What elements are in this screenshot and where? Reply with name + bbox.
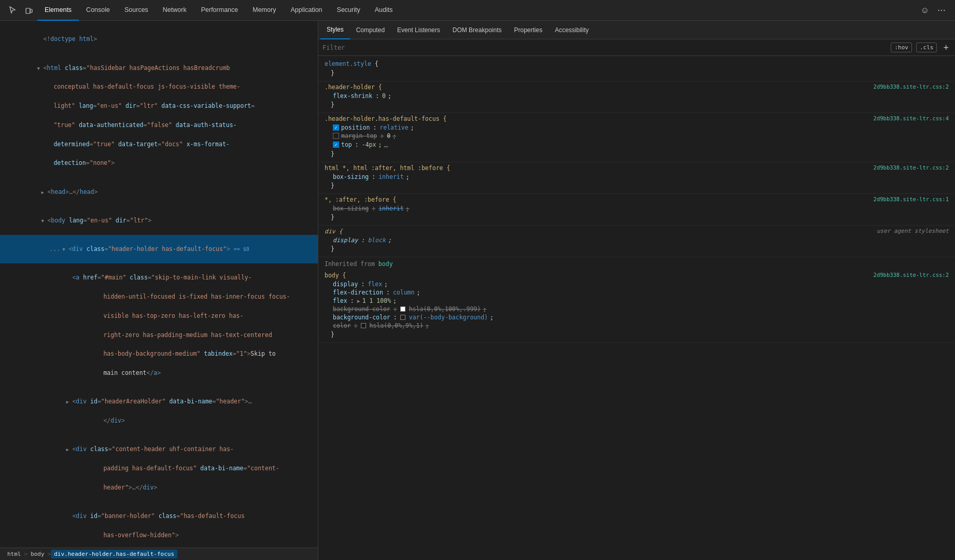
more-options-button[interactable]: ⋯ <box>933 3 951 17</box>
triangle-content-header[interactable] <box>66 444 72 454</box>
tree-line-html[interactable]: <html class="hasSidebar hasPageActions h… <box>0 53 318 177</box>
swatch-bg2[interactable] <box>400 315 405 320</box>
style-tab-accessibility[interactable]: Accessibility <box>549 21 595 39</box>
breadcrumb-body[interactable]: body <box>27 550 48 558</box>
tab-console[interactable]: Console <box>79 0 117 21</box>
prop-flex-body: flex:▶ 1 1 100%; <box>325 297 949 305</box>
selector-element-style[interactable]: element.style { <box>325 60 949 67</box>
rule-close-4: } <box>325 181 949 191</box>
selector-universal[interactable]: *, :after, :before { 2d9bb338.site-ltr.c… <box>325 196 949 203</box>
selector-header-focus[interactable]: .header-holder.has-default-focus { 2d9bb… <box>325 115 949 122</box>
style-tab-event-listeners[interactable]: Event Listeners <box>391 21 446 39</box>
rule-close-5: } <box>325 213 949 223</box>
devtools-toolbar: Elements Console Sources Network Perform… <box>0 0 955 21</box>
checkbox-margin-top[interactable] <box>333 133 339 139</box>
rule-div-ua: div { user agent stylesheet display:bloc… <box>318 226 955 257</box>
add-style-button[interactable]: + <box>941 43 951 52</box>
styles-tabs: Styles Computed Event Listeners DOM Brea… <box>318 21 955 39</box>
tree-line-doctype[interactable]: <!doctype html> <box>0 25 318 53</box>
inherited-label: Inherited from body <box>318 257 955 270</box>
prop-flex-shrink: flex-shrink:0; <box>325 92 949 100</box>
breadcrumb-html[interactable]: html <box>4 550 24 558</box>
tab-network[interactable]: Network <box>156 0 194 21</box>
prop-top: top:-4px; … <box>325 140 949 149</box>
style-tab-styles[interactable]: Styles <box>320 21 350 39</box>
checkbox-top[interactable] <box>333 142 339 148</box>
style-tab-properties[interactable]: Properties <box>508 21 549 39</box>
svg-rect-0 <box>26 8 30 13</box>
tree-line-banner-holder[interactable]: <div id="banner-holder" class="has-defau… <box>0 502 318 548</box>
breadcrumb-div-header[interactable]: div.header-holder.has-default-focus <box>51 550 177 558</box>
tree-line-head[interactable]: <head>…</head> <box>0 177 318 206</box>
rule-close-1: } <box>325 68 949 79</box>
rule-close-2: } <box>325 100 949 110</box>
swatch-bg1[interactable] <box>400 306 405 312</box>
tree-line-header-holder[interactable]: ...<div class="header-holder has-default… <box>0 235 318 263</box>
device-toolbar-button[interactable] <box>21 2 37 19</box>
rule-close-6: } <box>325 244 949 255</box>
rule-header-holder-focus: .header-holder.has-default-focus { 2d9bb… <box>318 113 955 162</box>
file-link-2[interactable]: 2d9bb338.site-ltr.css:4 <box>874 115 949 121</box>
tree-line-header-area[interactable]: <div id="headerAreaHolder" data-bi-name=… <box>0 387 318 435</box>
prop-margin-top: margin-top:0; <box>325 132 949 140</box>
prop-position: position:relative; <box>325 123 949 132</box>
rule-html-all: html *, html :after, html :before { 2d9b… <box>318 162 955 194</box>
rule-close-body: } <box>325 330 949 340</box>
checkbox-position[interactable] <box>333 124 339 131</box>
tree-line-body[interactable]: <body lang="en-us" dir="ltr"> <box>0 206 318 234</box>
prop-box-sizing-2: box-sizing:inherit; <box>325 204 949 213</box>
inherited-from-body[interactable]: body <box>378 260 393 268</box>
tree-line-content-header[interactable]: <div class="content-header uhf-container… <box>0 435 318 502</box>
filter-controls: :hov .cls + <box>891 43 951 52</box>
style-tab-dom-breakpoints[interactable]: DOM Breakpoints <box>446 21 508 39</box>
breadcrumb-bar: html > body > div.header-holder.has-defa… <box>0 548 318 560</box>
swatch-color[interactable] <box>361 323 366 328</box>
prop-bg-color-2: background-color: var(--body-background)… <box>325 313 949 321</box>
feedback-button[interactable]: ☺ <box>919 4 931 17</box>
file-link-3[interactable]: 2d9bb338.site-ltr.css:2 <box>874 164 949 171</box>
triangle-head[interactable] <box>41 187 47 197</box>
prop-display-body: display:flex; <box>325 280 949 288</box>
prop-color-body: color: hsla(0,0%,9%,1); <box>325 321 949 330</box>
prop-flex-direction: flex-direction:column; <box>325 288 949 297</box>
tab-elements[interactable]: Elements <box>37 0 79 21</box>
tab-memory[interactable]: Memory <box>245 0 283 21</box>
file-link-body[interactable]: 2d9bb338.site-ltr.css:2 <box>874 272 949 278</box>
css-rules: element.style { } .header-holder { 2d9bb… <box>318 56 955 560</box>
html-tree[interactable]: <!doctype html> <html class="hasSidebar … <box>0 21 318 548</box>
tab-audits[interactable]: Audits <box>368 0 400 21</box>
elements-panel: <!doctype html> <html class="hasSidebar … <box>0 21 318 560</box>
rule-close-3: } <box>325 149 949 160</box>
more-dots-1[interactable]: … <box>384 141 389 149</box>
selector-div-ua[interactable]: div { user agent stylesheet <box>325 228 949 235</box>
tree-line-skip-link[interactable]: <a href="#main" class="skip-to-main-link… <box>0 263 318 387</box>
filter-input[interactable] <box>322 44 887 51</box>
user-agent-label: user agent stylesheet <box>877 228 949 234</box>
styles-panel: Styles Computed Event Listeners DOM Brea… <box>318 21 955 560</box>
selector-html-all[interactable]: html *, html :after, html :before { 2d9b… <box>325 164 949 172</box>
prop-bg-color-1: background-color: hsla(0,0%,100%,.999); <box>325 305 949 313</box>
selector-header-holder[interactable]: .header-holder { 2d9bb338.site-ltr.css:2 <box>325 83 949 91</box>
prop-box-sizing-1: box-sizing:inherit; <box>325 173 949 181</box>
filter-bar: :hov .cls + <box>318 39 955 56</box>
tab-performance[interactable]: Performance <box>194 0 246 21</box>
tab-security[interactable]: Security <box>330 0 368 21</box>
hov-button[interactable]: :hov <box>891 43 912 52</box>
selector-body[interactable]: body { 2d9bb338.site-ltr.css:2 <box>325 272 949 279</box>
cls-button[interactable]: .cls <box>916 43 937 52</box>
triangle-body[interactable] <box>41 216 47 225</box>
file-link-4[interactable]: 2d9bb338.site-ltr.css:1 <box>874 196 949 202</box>
main-layout: <!doctype html> <html class="hasSidebar … <box>0 21 955 560</box>
triangle-header-area[interactable] <box>66 397 72 406</box>
rule-element-style: element.style { } <box>318 58 955 81</box>
triangle-html[interactable] <box>37 63 43 73</box>
style-tab-computed[interactable]: Computed <box>350 21 391 39</box>
tab-application[interactable]: Application <box>283 0 329 21</box>
svg-rect-1 <box>30 9 32 12</box>
cursor-tool-button[interactable] <box>4 2 21 19</box>
file-link-1[interactable]: 2d9bb338.site-ltr.css:2 <box>874 83 949 90</box>
rule-universal: *, :after, :before { 2d9bb338.site-ltr.c… <box>318 194 955 226</box>
tab-sources[interactable]: Sources <box>117 0 156 21</box>
rule-header-holder: .header-holder { 2d9bb338.site-ltr.css:2… <box>318 81 955 113</box>
triangle-header-holder[interactable] <box>62 244 68 254</box>
